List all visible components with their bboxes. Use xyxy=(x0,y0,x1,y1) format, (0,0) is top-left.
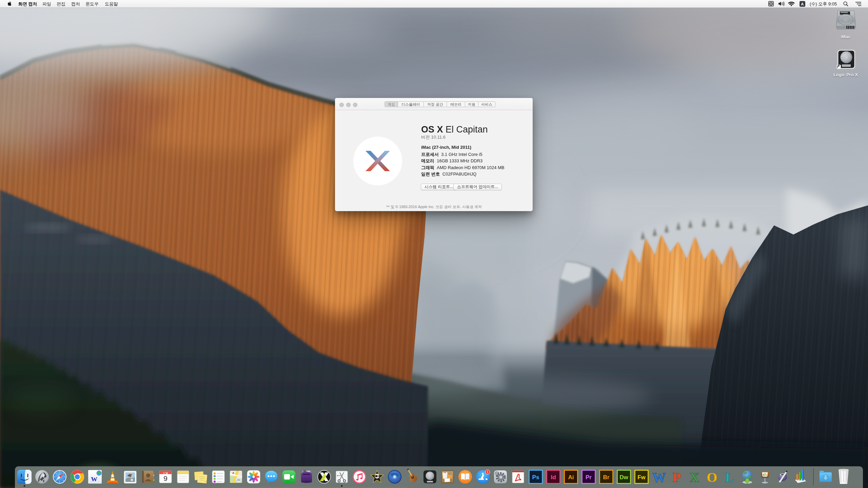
svg-text:3D: 3D xyxy=(237,478,241,482)
svg-text:Ai: Ai xyxy=(568,474,574,481)
svg-text:9: 9 xyxy=(163,474,167,482)
svg-text:w: w xyxy=(91,473,98,483)
svg-text:Pr: Pr xyxy=(586,474,592,481)
svg-text:Dw: Dw xyxy=(619,474,628,481)
svg-text:A: A xyxy=(801,2,804,6)
svg-text:12월: 12월 xyxy=(163,472,168,474)
svg-text:1: 1 xyxy=(487,470,488,474)
svg-text:O: O xyxy=(707,470,717,485)
svg-text:P: P xyxy=(673,470,681,485)
svg-text:L: L xyxy=(725,470,734,485)
svg-text:Ps: Ps xyxy=(532,474,539,481)
svg-text:Id: Id xyxy=(551,474,556,481)
svg-text:Fw: Fw xyxy=(637,474,646,481)
svg-text:W: W xyxy=(652,470,666,485)
svg-text:Br: Br xyxy=(603,474,610,481)
svg-text:X: X xyxy=(690,470,699,485)
